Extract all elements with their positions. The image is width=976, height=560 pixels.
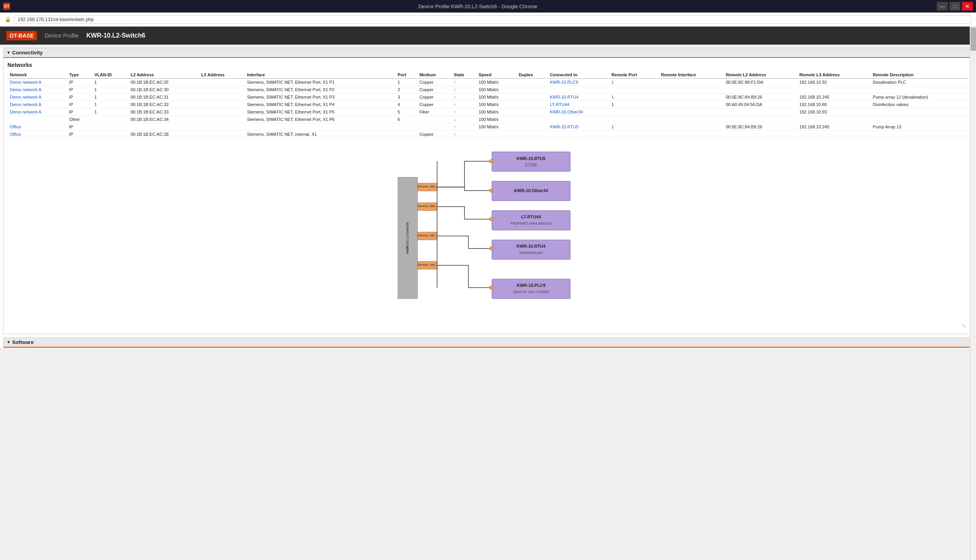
svg-rect-26: [492, 279, 570, 299]
cell-remote-interface: [659, 108, 723, 116]
cell-medium: [417, 123, 451, 131]
cell-speed: 100 Mbit/s: [476, 108, 516, 116]
network-link[interactable]: Demo network A: [10, 80, 42, 85]
cell-port: 2: [395, 86, 417, 94]
cell-remote-l3: 192.168.10.245: [797, 94, 871, 101]
svg-rect-11: [492, 152, 570, 171]
cell-duplex: [516, 131, 548, 138]
connected-to-link[interactable]: KWR-10.RTU4: [550, 95, 578, 99]
svg-text:LT-RTU44: LT-RTU44: [521, 214, 541, 219]
resize-handle[interactable]: ⤡: [962, 323, 966, 328]
svg-text:Siemens, SIM...: Siemens, SIM...: [418, 263, 437, 266]
minimize-button[interactable]: —: [937, 2, 948, 11]
address-bar: 🔒: [0, 13, 976, 27]
remote-port-link[interactable]: 1: [611, 124, 614, 129]
cell-port: 5: [395, 108, 417, 116]
cell-remote-l2: [723, 131, 797, 138]
cell-type: IP: [67, 94, 92, 101]
cell-network: Demo network A: [7, 79, 67, 86]
network-link[interactable]: Demo network A: [10, 110, 42, 114]
address-input[interactable]: [14, 15, 971, 24]
cell-remote-l2: 00:A0:45:04:56:DA: [723, 101, 797, 108]
network-link[interactable]: Office: [10, 124, 21, 129]
svg-rect-25: [490, 247, 493, 250]
cell-connected-to: KWR-10.Other34: [548, 108, 609, 116]
table-row: Demo network A IP 1 00:1B:1B:EC:AC:30 Si…: [7, 86, 969, 94]
cell-duplex: [516, 94, 548, 101]
svg-text:Siemens, SIM...: Siemens, SIM...: [418, 234, 437, 237]
app-header: OT-BASE Device Profile KWR-10.L2-Switch6: [0, 27, 976, 45]
state-up-icon: [454, 132, 456, 137]
cell-remote-desc: [871, 108, 969, 116]
network-link[interactable]: Demo network A: [10, 102, 42, 107]
cell-connected-to: KWR-10.RTU4: [548, 94, 609, 101]
table-row: Demo network A IP 1 00:1B:1B:EC:AC:31 Si…: [7, 94, 969, 101]
cell-remote-desc: [871, 131, 969, 138]
cell-remote-desc: Desalination PLC: [871, 79, 969, 86]
cell-state: [451, 123, 476, 131]
connected-to-link[interactable]: KWR-10.PLC9: [550, 80, 578, 85]
cell-l2: 00:1B:1B:EC:AC:30: [128, 86, 199, 94]
cell-connected-to: KWR-10.PLC9: [548, 79, 609, 86]
network-link[interactable]: Demo network A: [10, 87, 42, 92]
cell-interface: Siemens, SIMATIC NET, Ethernet Port, X1 …: [245, 101, 396, 108]
connected-to-link[interactable]: KWR-10.Other34: [550, 110, 583, 114]
cell-l2: 00:1B:1B:EC:AC:34: [128, 116, 199, 123]
col-remote-l3: Remote L3 Address: [797, 71, 871, 79]
cell-duplex: [516, 101, 548, 108]
vertical-scrollbar[interactable]: [970, 27, 976, 351]
connectivity-toggle[interactable]: ▾: [7, 50, 10, 55]
col-l2: L2 Address: [128, 71, 199, 79]
cell-remote-interface: [659, 131, 723, 138]
cell-l3: [199, 86, 245, 94]
cell-vlan: 1: [92, 108, 128, 116]
close-button[interactable]: ✕: [962, 2, 973, 11]
cell-network: Demo network A: [7, 86, 67, 94]
connected-to-link[interactable]: LT-RTU44: [550, 102, 569, 107]
cell-l2: 00:1B:1B:EC:AC:2F: [128, 79, 199, 86]
cell-type: IP: [67, 101, 92, 108]
table-row: Other 00:1B:1B:EC:AC:34 Siemens, SIMATIC…: [7, 116, 969, 123]
remote-port-link[interactable]: 1: [611, 80, 614, 85]
ot-base-logo: OT-BASE: [6, 31, 37, 40]
cell-network: [7, 116, 67, 123]
cell-port: [395, 123, 417, 131]
table-row: Demo network A IP 1 00:1B:1B:EC:AC:2F Si…: [7, 79, 969, 86]
cell-vlan: 1: [92, 94, 128, 101]
cell-duplex: [516, 108, 548, 116]
cell-medium: Copper: [417, 79, 451, 86]
svg-text:KWR-10.PLC9: KWR-10.PLC9: [517, 283, 545, 288]
table-row: Office IP 00:1B:1B:EC:AC:2E Siemens, SIM…: [7, 131, 969, 138]
maximize-button[interactable]: □: [949, 2, 960, 11]
window-controls: — □ ✕: [937, 2, 973, 11]
cell-state: [451, 131, 476, 138]
state-up-icon: [454, 124, 456, 129]
table-row: Demo network A IP 1 00:1B:1B:EC:AC:33 Si…: [7, 108, 969, 116]
remote-port-link[interactable]: 1: [611, 95, 614, 99]
cell-remote-port: 1: [609, 94, 658, 101]
cell-remote-l2: 00:0E:8C:84:B9:26: [723, 123, 797, 131]
cell-port: 1: [395, 79, 417, 86]
cell-remote-port: 1: [609, 101, 658, 108]
device-title: KWR-10.L2-Switch6: [87, 32, 145, 39]
connected-to-link[interactable]: KWR-10.RTU5: [550, 124, 578, 129]
cell-remote-l2: 00:0E:8C:84:B9:26: [723, 94, 797, 101]
scrollbar-thumb[interactable]: [971, 27, 976, 51]
cell-remote-interface: [659, 86, 723, 94]
software-toggle[interactable]: ▾: [7, 340, 10, 345]
cell-remote-desc: [871, 116, 969, 123]
device-profile-label: Device Profile: [45, 32, 78, 39]
svg-rect-14: [490, 160, 493, 163]
network-link[interactable]: Demo network A: [10, 95, 42, 99]
cell-vlan: [92, 123, 128, 131]
cell-remote-port: [609, 86, 658, 94]
software-section: ▾ Software: [3, 337, 973, 348]
cell-connected-to: [548, 116, 609, 123]
cell-medium: Copper: [417, 101, 451, 108]
cell-duplex: [516, 86, 548, 94]
cell-remote-interface: [659, 79, 723, 86]
cell-l3: [199, 108, 245, 116]
network-link[interactable]: Office: [10, 132, 21, 137]
cell-remote-port: [609, 116, 658, 123]
cell-remote-interface: [659, 94, 723, 101]
